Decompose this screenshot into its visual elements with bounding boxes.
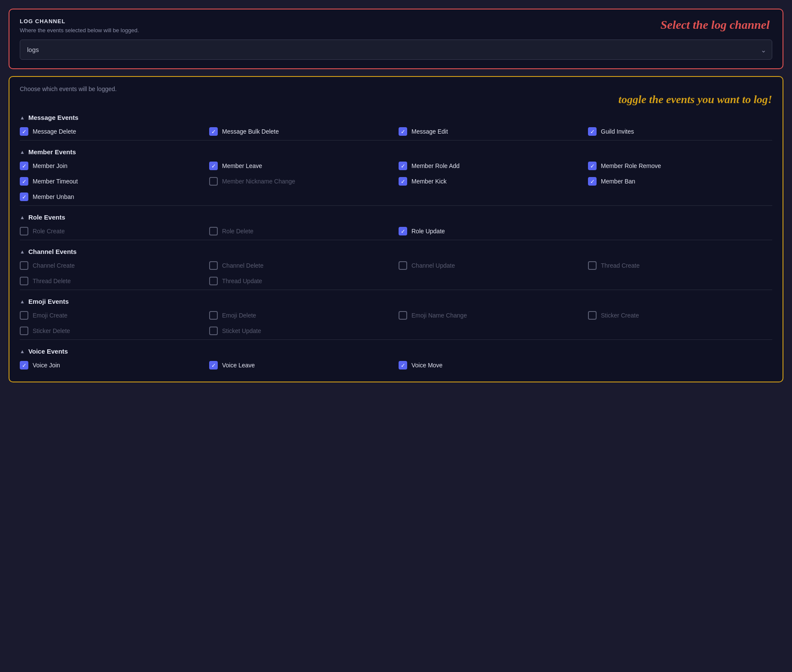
event-item-role-create[interactable]: Role Create	[20, 227, 204, 235]
checkbox-member-role-remove[interactable]: ✓	[588, 162, 597, 170]
event-label-sticker-create: Sticker Create	[601, 312, 639, 319]
checkbox-member-join[interactable]: ✓	[20, 162, 28, 170]
category-label-2: Role Events	[28, 214, 65, 221]
event-label-thread-create: Thread Create	[601, 262, 640, 269]
checkbox-channel-update[interactable]	[399, 261, 407, 270]
event-item-message-edit[interactable]: ✓Message Edit	[399, 127, 583, 136]
checkbox-channel-delete[interactable]	[209, 261, 218, 270]
event-item-role-update[interactable]: ✓Role Update	[399, 227, 583, 235]
events-description: Choose which events will be logged.	[20, 86, 772, 92]
event-item-message-delete[interactable]: ✓Message Delete	[20, 127, 204, 136]
checkbox-message-delete[interactable]: ✓	[20, 127, 28, 136]
section-divider	[20, 339, 772, 340]
category-header-2[interactable]: ▲ Role Events	[20, 214, 772, 221]
category-header-1[interactable]: ▲ Member Events	[20, 148, 772, 156]
event-label-member-nickname-change: Member Nickname Change	[222, 178, 295, 185]
category-label-0: Message Events	[28, 114, 79, 121]
section-divider	[20, 205, 772, 206]
event-item-member-leave[interactable]: ✓Member Leave	[209, 162, 393, 170]
checkbox-voice-leave[interactable]: ✓	[209, 361, 218, 370]
event-item-thread-create[interactable]: Thread Create	[588, 261, 772, 270]
event-item-member-role-remove[interactable]: ✓Member Role Remove	[588, 162, 772, 170]
event-item-emoji-create[interactable]: Emoji Create	[20, 311, 204, 320]
event-item-thread-delete[interactable]: Thread Delete	[20, 277, 204, 285]
event-item-emoji-delete[interactable]: Emoji Delete	[209, 311, 393, 320]
event-item-member-kick[interactable]: ✓Member Kick	[399, 177, 583, 186]
event-item-thread-update[interactable]: Thread Update	[209, 277, 393, 285]
checkbox-message-edit[interactable]: ✓	[399, 127, 407, 136]
checkbox-member-nickname-change[interactable]	[209, 177, 218, 186]
checkbox-sticket-update[interactable]	[209, 327, 218, 335]
checkbox-role-update[interactable]: ✓	[399, 227, 407, 235]
category-label-1: Member Events	[28, 148, 76, 156]
event-label-member-ban: Member Ban	[601, 178, 635, 185]
category-label-3: Channel Events	[28, 248, 77, 255]
event-label-role-update: Role Update	[411, 228, 445, 235]
category-label-4: Emoji Events	[28, 298, 69, 305]
checkbox-thread-create[interactable]	[588, 261, 597, 270]
checkbox-channel-create[interactable]	[20, 261, 28, 270]
checkbox-message-bulk-delete[interactable]: ✓	[209, 127, 218, 136]
checkbox-sticker-delete[interactable]	[20, 327, 28, 335]
checkbox-member-role-add[interactable]: ✓	[399, 162, 407, 170]
checkbox-thread-update[interactable]	[209, 277, 218, 285]
category-header-0[interactable]: ▲ Message Events	[20, 114, 772, 121]
checkbox-voice-move[interactable]: ✓	[399, 361, 407, 370]
category-header-5[interactable]: ▲ Voice Events	[20, 348, 772, 355]
event-label-channel-update: Channel Update	[411, 262, 455, 269]
checkbox-emoji-create[interactable]	[20, 311, 28, 320]
channel-select[interactable]: logs general audit-log bot-logs	[20, 40, 772, 60]
event-item-channel-update[interactable]: Channel Update	[399, 261, 583, 270]
event-item-member-nickname-change[interactable]: Member Nickname Change	[209, 177, 393, 186]
checkbox-role-delete[interactable]	[209, 227, 218, 235]
event-item-member-unban[interactable]: ✓Member Unban	[20, 192, 204, 201]
checkbox-member-leave[interactable]: ✓	[209, 162, 218, 170]
category-header-4[interactable]: ▲ Emoji Events	[20, 298, 772, 305]
chevron-up-icon: ▲	[20, 249, 25, 255]
event-item-role-delete[interactable]: Role Delete	[209, 227, 393, 235]
event-item-voice-move[interactable]: ✓Voice Move	[399, 361, 583, 370]
checkbox-sticker-create[interactable]	[588, 311, 597, 320]
events-grid-0: ✓Message Delete✓Message Bulk Delete✓Mess…	[20, 127, 772, 136]
event-item-sticker-create[interactable]: Sticker Create	[588, 311, 772, 320]
event-item-message-bulk-delete[interactable]: ✓Message Bulk Delete	[209, 127, 393, 136]
checkbox-emoji-delete[interactable]	[209, 311, 218, 320]
event-item-emoji-name-change[interactable]: Emoji Name Change	[399, 311, 583, 320]
chevron-up-icon: ▲	[20, 115, 25, 121]
category-message-events: ▲ Message Events✓Message Delete✓Message …	[20, 114, 772, 141]
checkbox-role-create[interactable]	[20, 227, 28, 235]
checkbox-voice-join[interactable]: ✓	[20, 361, 28, 370]
event-label-member-role-add: Member Role Add	[411, 162, 460, 169]
event-item-member-role-add[interactable]: ✓Member Role Add	[399, 162, 583, 170]
checkbox-member-unban[interactable]: ✓	[20, 192, 28, 201]
event-label-channel-create: Channel Create	[33, 262, 75, 269]
event-label-member-timeout: Member Timeout	[33, 178, 78, 185]
event-item-sticker-delete[interactable]: Sticker Delete	[20, 327, 204, 335]
section-divider	[20, 290, 772, 290]
event-label-emoji-create: Emoji Create	[33, 312, 67, 319]
event-item-channel-delete[interactable]: Channel Delete	[209, 261, 393, 270]
checkbox-emoji-name-change[interactable]	[399, 311, 407, 320]
checkbox-member-kick[interactable]: ✓	[399, 177, 407, 186]
event-item-voice-leave[interactable]: ✓Voice Leave	[209, 361, 393, 370]
event-item-guild-invites[interactable]: ✓Guild Invites	[588, 127, 772, 136]
events-grid-3: Channel CreateChannel DeleteChannel Upda…	[20, 261, 772, 285]
event-label-emoji-name-change: Emoji Name Change	[411, 312, 467, 319]
event-label-sticket-update: Sticket Update	[222, 327, 261, 334]
event-item-member-join[interactable]: ✓Member Join	[20, 162, 204, 170]
events-grid-1: ✓Member Join✓Member Leave✓Member Role Ad…	[20, 162, 772, 201]
log-channel-section: LOG CHANNEL Where the events selected be…	[9, 9, 783, 69]
checkbox-thread-delete[interactable]	[20, 277, 28, 285]
checkbox-member-timeout[interactable]: ✓	[20, 177, 28, 186]
event-item-sticket-update[interactable]: Sticket Update	[209, 327, 393, 335]
checkbox-member-ban[interactable]: ✓	[588, 177, 597, 186]
checkbox-guild-invites[interactable]: ✓	[588, 127, 597, 136]
event-item-voice-join[interactable]: ✓Voice Join	[20, 361, 204, 370]
event-item-member-ban[interactable]: ✓Member Ban	[588, 177, 772, 186]
event-item-channel-create[interactable]: Channel Create	[20, 261, 204, 270]
event-label-member-join: Member Join	[33, 162, 67, 169]
log-channel-title: LOG CHANNEL	[20, 18, 772, 24]
category-header-3[interactable]: ▲ Channel Events	[20, 248, 772, 255]
event-label-thread-delete: Thread Delete	[33, 278, 71, 284]
event-item-member-timeout[interactable]: ✓Member Timeout	[20, 177, 204, 186]
